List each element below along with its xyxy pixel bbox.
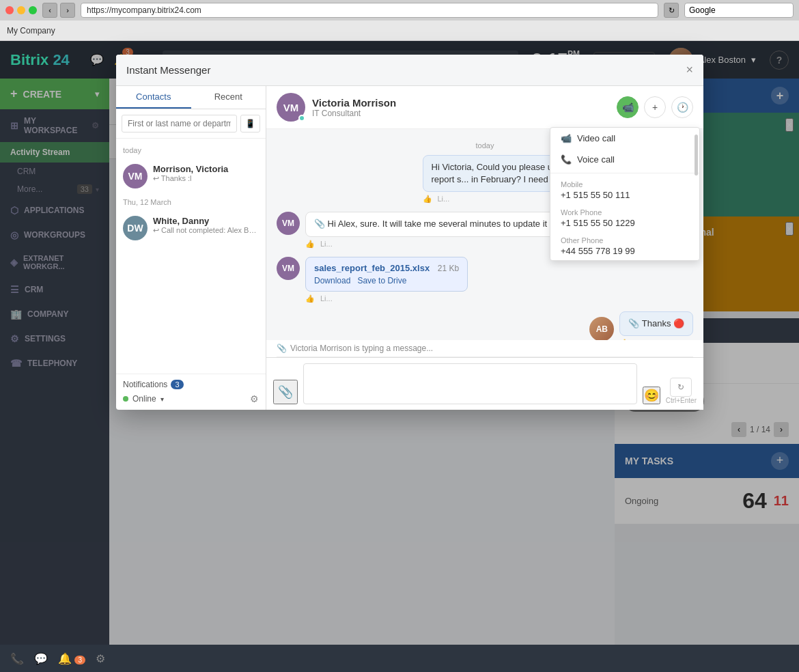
work-phone-group: Work Phone +1 515 55 50 1229 [550,204,699,232]
contact-search-input[interactable] [122,115,237,132]
modal-overlay: Instant Messenger × Contacts Recent 📱 to… [0,41,799,645]
contact-morrison-name: Morrison, Victoria [153,164,259,174]
online-label: Online [132,394,156,404]
video-call-button[interactable]: 📹 [617,96,639,118]
send-button[interactable]: ↻ [670,378,692,397]
like-label: Li... [320,294,333,303]
contact-white-info: White, Danny ↩ Call not completed: Alex … [153,216,259,235]
chat-user-info: Victoria Morrison IT Consultant [312,97,610,118]
like-icon: 👍 [305,240,315,249]
add-contact-button[interactable]: + [644,96,666,118]
received-content: 📎 Hi Alex, sure. It will take me several… [305,212,556,248]
send-area: ↻ Ctrl+Enter [666,378,697,404]
received-actions: 👍 Li... [305,240,556,249]
contact-white[interactable]: DW White, Danny ↩ Call not completed: Al… [116,210,266,246]
file-actions: Download Save to Drive [314,276,459,285]
mobile-search-button[interactable]: 📱 [240,115,260,132]
chat-input[interactable] [303,363,637,404]
bottom-bell-badge: 3 [74,656,85,664]
chat-actions: 📹 + 🕐 📹 Video call 📞 [617,96,693,118]
settings-gear-icon[interactable]: ⚙ [250,393,259,404]
like-label: Li... [438,195,450,204]
chat-panel: VM Victoria Morrison IT Consultant 📹 + 🕐 [266,86,703,410]
notifications-row: Notifications 3 [123,380,259,389]
other-phone-group: Other Phone +44 555 778 19 99 [550,232,699,260]
history-button[interactable]: 🕐 [671,96,693,118]
emoji-button[interactable]: 😊 [643,387,660,404]
bottom-bar: 📞 💬 🔔 3 ⚙ [0,645,799,672]
forward-button[interactable]: › [60,3,75,18]
contacts-date-thu: Thu, 12 March [116,194,266,210]
dropdown-scroll: 📹 Video call 📞 Voice call Mobile [550,128,699,260]
close-dot[interactable] [5,6,14,14]
video-call-option[interactable]: 📹 Video call [550,128,699,149]
message-thanks: 📎 Thanks 🔴 👍 Like 2:16 pm AB [277,311,693,340]
chat-input-area: 📎 😊 ↻ Ctrl+Enter [266,357,703,410]
recent-tab[interactable]: Recent [191,86,266,109]
file-msg-actions: 👍 Li... [305,294,468,303]
download-button[interactable]: Download [314,276,350,285]
send-hint: Ctrl+Enter [666,397,697,404]
chat-user-name: Victoria Morrison [312,97,610,109]
bottom-phone-icon[interactable]: 📞 [10,652,24,665]
like-icon: 👍 [305,294,315,303]
page-title-bar: My Company [7,26,55,36]
received-bubble: 📎 Hi Alex, sure. It will take me several… [305,212,556,236]
contact-search: 📱 [116,109,266,139]
like-icon: 👍 [423,195,432,204]
typing-indicator: 📎 Victoria Morrison is typing a message.… [266,340,703,356]
chat-user-avatar: VM [277,93,305,122]
file-size: 21 Kb [438,264,459,273]
modal-close-button[interactable]: × [686,63,693,77]
contact-white-name: White, Danny [153,216,259,226]
url-bar[interactable]: https://mycompany.bitrix24.com [81,3,658,18]
contacts-panel: Contacts Recent 📱 today VM Morrison, Vic… [116,86,266,410]
attach-button[interactable]: 📎 [273,380,298,404]
dropdown-scrollbar [695,135,698,176]
contact-white-sub: ↩ Call not completed: Alex Bost... [153,226,259,235]
message-file: VM sales_report_feb_2015.xlsx 21 Kb Down… [277,257,693,303]
chat-header: VM Victoria Morrison IT Consultant 📹 + 🕐 [266,86,703,129]
online-dot-icon [123,396,128,402]
file-avatar: VM [277,257,300,280]
call-dropdown: 📹 Video call 📞 Voice call Mobile [550,127,700,261]
contact-morrison[interactable]: VM Morrison, Victoria ↩ Thanks :l [116,158,266,194]
contact-morrison-info: Morrison, Victoria ↩ Thanks :l [153,164,259,183]
like-label: Li... [320,240,333,249]
save-drive-button[interactable]: Save to Drive [357,276,406,285]
paperclip-icon: 📎 [628,318,639,328]
contacts-tab[interactable]: Contacts [116,86,191,109]
bottom-bell-icon[interactable]: 🔔 3 [58,652,85,665]
contacts-list: today VM Morrison, Victoria ↩ Thanks :l … [116,139,266,374]
minimize-dot[interactable] [17,6,25,14]
browser-search[interactable]: Google [684,3,794,18]
notifications-bottom: Notifications 3 Online ▾ ⚙ [116,374,266,410]
bottom-chat-icon[interactable]: 💬 [34,652,48,665]
voice-call-option[interactable]: 📞 Voice call [550,149,699,170]
thanks-content: 📎 Thanks 🔴 👍 Like 2:16 pm [619,311,693,340]
online-chevron-icon: ▾ [160,395,164,403]
notifications-label: Notifications [123,380,167,389]
file-message-bubble: sales_report_feb_2015.xlsx 21 Kb Downloa… [305,257,468,292]
browser-chrome: ‹ › https://mycompany.bitrix24.com ↻ Goo… [0,0,799,41]
online-row: Online ▾ ⚙ [123,393,259,404]
white-avatar: DW [123,216,148,240]
paperclip-typing-icon: 📎 [277,344,287,353]
modal-body: Contacts Recent 📱 today VM Morrison, Vic… [116,86,703,410]
back-button[interactable]: ‹ [42,3,57,18]
maximize-dot[interactable] [29,6,37,14]
contacts-tabs: Contacts Recent [116,86,266,109]
contacts-date-today: today [116,142,266,158]
url-text: https://mycompany.bitrix24.com [87,5,201,15]
file-header: sales_report_feb_2015.xlsx 21 Kb [314,263,459,273]
bottom-gear-icon[interactable]: ⚙ [96,652,105,665]
notifications-count: 3 [171,380,183,389]
contact-morrison-sub: ↩ Thanks :l [153,174,259,183]
refresh-button[interactable]: ↻ [664,3,679,18]
modal-title: Instant Messenger [126,64,210,76]
file-name: sales_report_feb_2015.xlsx [314,263,430,273]
search-label: Google [689,5,716,15]
user-msg-avatar: AB [589,317,614,340]
video-icon: 📹 [561,133,572,143]
morrison-avatar: VM [123,164,148,188]
